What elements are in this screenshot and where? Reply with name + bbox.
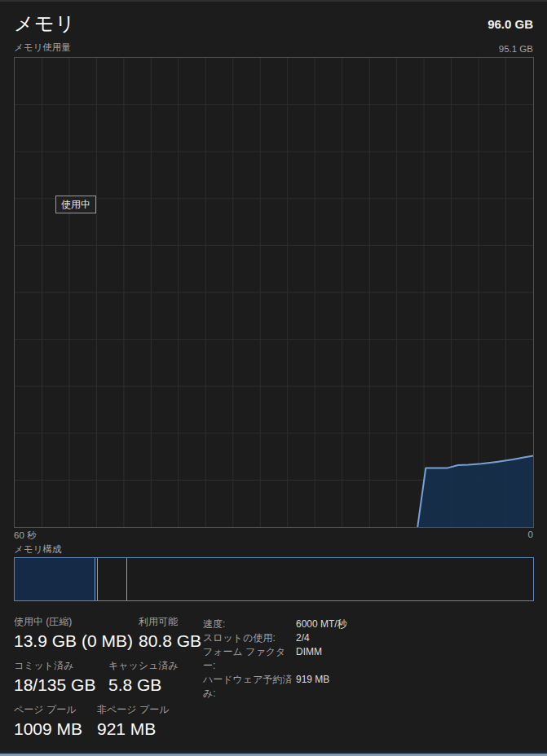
detail-hw-reserved: ハードウェア予約済み: 919 MB (203, 673, 347, 701)
stat-value: 80.8 GB (139, 631, 201, 651)
detail-slots-used: スロットの使用: 2/4 (203, 631, 347, 645)
stat-label: コミット済み (14, 660, 108, 671)
stat-label: 使用中 (圧縮) (14, 616, 139, 627)
stat-value: 18/135 GB (14, 675, 108, 695)
detail-label: 速度: (203, 618, 296, 631)
memory-composition-bar[interactable] (14, 557, 534, 601)
task-manager-memory-page: { "colors": { "bg": "#1c1c1c", "grid": "… (0, 0, 547, 756)
stat-available: 利用可能 80.8 GB (139, 616, 201, 651)
stat-value: 921 MB (97, 719, 169, 739)
detail-value: 2/4 (296, 631, 310, 645)
composition-segment-standby[interactable] (98, 558, 127, 600)
total-capacity: 96.0 GB (487, 17, 533, 31)
in-use-tooltip: 使用中 (55, 196, 96, 213)
window-top-edge (0, 0, 547, 2)
stat-value: 5.8 GB (108, 675, 179, 695)
detail-form-factor: フォーム ファクター: DIMM (203, 645, 347, 673)
stat-committed: コミット済み 18/135 GB (14, 660, 108, 695)
detail-label: フォーム ファクター: (203, 645, 296, 673)
usage-graph-label: メモリ使用量 (14, 42, 71, 54)
stat-value: 1009 MB (14, 719, 97, 739)
stat-label: 利用可能 (139, 616, 201, 627)
time-axis-right-label: 0 (528, 530, 533, 539)
composition-segment-free[interactable] (127, 558, 533, 600)
graph-scale-max: 95.1 GB (499, 44, 533, 54)
detail-label: ハードウェア予約済み: (203, 673, 296, 701)
composition-segment-in-use[interactable] (15, 558, 95, 600)
detail-label: スロットの使用: (203, 631, 296, 645)
memory-usage-graph[interactable]: 使用中 (14, 57, 534, 528)
hardware-details: 速度: 6000 MT/秒 スロットの使用: 2/4 フォーム ファクター: D… (203, 618, 347, 701)
detail-value: 919 MB (296, 673, 329, 701)
stat-label: 非ページ プール (97, 704, 169, 715)
stat-label: キャッシュ済み (108, 660, 179, 671)
memory-stats: 使用中 (圧縮) 13.9 GB (0 MB) 利用可能 80.8 GB コミッ… (14, 616, 533, 748)
stat-in-use: 使用中 (圧縮) 13.9 GB (0 MB) (14, 616, 139, 651)
time-axis-left-label: 60 秒 (14, 530, 37, 542)
page-title: メモリ (14, 11, 75, 37)
detail-value: DIMM (296, 645, 322, 673)
detail-value: 6000 MT/秒 (296, 618, 347, 631)
stat-cached: キャッシュ済み 5.8 GB (108, 660, 179, 695)
stat-label: ページ プール (14, 704, 97, 715)
composition-label: メモリ構成 (14, 543, 61, 556)
stats-row: ページ プール 1009 MB 非ページ プール 921 MB (14, 704, 533, 739)
stat-paged-pool: ページ プール 1009 MB (14, 704, 97, 739)
usage-area-chart (15, 58, 533, 527)
detail-speed: 速度: 6000 MT/秒 (203, 618, 347, 631)
stat-nonpaged-pool: 非ページ プール 921 MB (97, 704, 169, 739)
stat-value: 13.9 GB (0 MB) (14, 631, 139, 651)
